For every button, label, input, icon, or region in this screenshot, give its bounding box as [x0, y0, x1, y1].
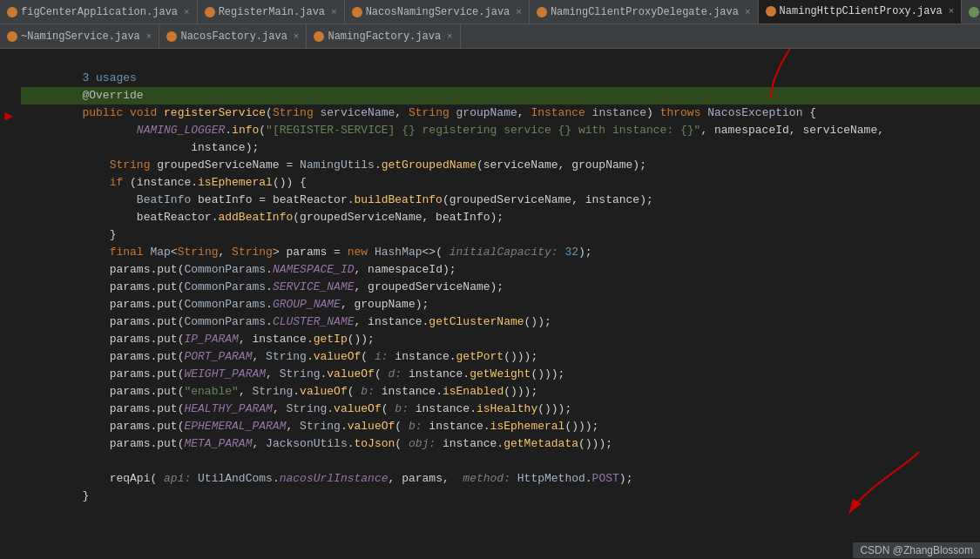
- tab-close[interactable]: ×: [146, 31, 152, 42]
- tab-close[interactable]: ×: [745, 7, 751, 17]
- tab-close[interactable]: ×: [949, 6, 955, 17]
- tab-naminghttpclientproxy[interactable]: NamingHttpClientProxy.java ×: [759, 0, 963, 24]
- tab-namingfactory[interactable]: NamingFactory.java ×: [307, 24, 460, 48]
- tab-close[interactable]: ×: [447, 31, 453, 42]
- code-line-reqapi: reqApi( api: UtilAndComs.nacosUrlInstanc…: [21, 453, 980, 470]
- tab-applicationyml[interactable]: application.yml ×: [962, 0, 980, 24]
- tab-nacosnamingservice[interactable]: NacosNamingService.java ×: [345, 0, 530, 24]
- tab-label: RegisterMain.java: [219, 6, 325, 18]
- tab-registermain[interactable]: RegisterMain.java ×: [198, 0, 345, 24]
- tab-bar: figCenterApplication.java × RegisterMain…: [0, 0, 980, 49]
- tab-close[interactable]: ×: [184, 7, 190, 17]
- tab-label: NamingClientProxyDelegate.java: [551, 6, 739, 18]
- tab-close[interactable]: ×: [516, 7, 522, 17]
- tab-row-2: ~NamingService.java × NacosFactory.java …: [0, 24, 980, 49]
- tab-label: ~NamingService.java: [21, 30, 140, 43]
- code-content[interactable]: 3 usages @Override public void registerS…: [17, 49, 980, 558]
- code-line-override: @Override: [21, 70, 980, 87]
- tab-label: NacosNamingService.java: [366, 6, 510, 18]
- status-text: CSDN @ZhangBlossom: [860, 544, 973, 556]
- tab-figcenter[interactable]: figCenterApplication.java ×: [0, 0, 198, 24]
- tab-close[interactable]: ×: [331, 7, 337, 17]
- code-line-signature: public void registerService(String servi…: [21, 87, 980, 104]
- left-gutter: ▶: [0, 49, 17, 558]
- tab-label: NacosFactory.java: [180, 30, 287, 43]
- tab-namingservice[interactable]: ~NamingService.java ×: [0, 24, 159, 48]
- gutter-arrow-icon: ▶: [4, 110, 13, 124]
- editor-window: figCenterApplication.java × RegisterMain…: [0, 0, 980, 558]
- tab-label: figCenterApplication.java: [21, 6, 178, 18]
- editor-area: ▶ 3 usages @Overri: [0, 49, 980, 558]
- status-bar: CSDN @ZhangBlossom: [853, 542, 980, 558]
- code-line-usages: 3 usages: [21, 52, 980, 70]
- tab-close[interactable]: ×: [294, 31, 300, 42]
- tab-nacosfactory[interactable]: NacosFactory.java ×: [159, 24, 307, 48]
- tab-label: NamingHttpClientProxy.java: [780, 5, 943, 17]
- tab-label: NamingFactory.java: [328, 30, 441, 43]
- code-line-map: final Map<String, String> params = new H…: [21, 226, 980, 244]
- tab-row-1: figCenterApplication.java × RegisterMain…: [0, 0, 980, 24]
- tab-namingclientproxydel[interactable]: NamingClientProxyDelegate.java ×: [530, 0, 759, 24]
